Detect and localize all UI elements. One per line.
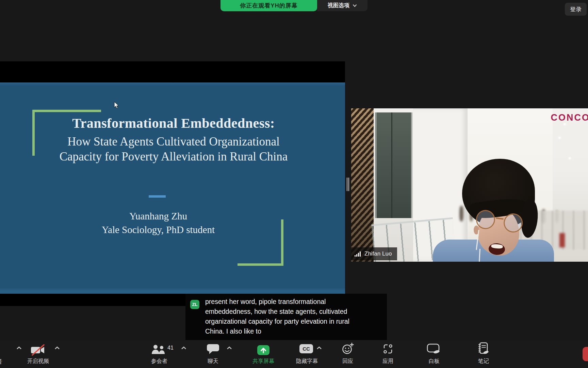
- arrow-up-icon: [259, 347, 267, 354]
- participant-name-label: Zhifan Luo: [351, 247, 397, 260]
- slide-corner-bracket-bottom: [238, 263, 283, 266]
- presentation-slide: Transformational Embeddedness: How State…: [0, 82, 345, 294]
- meeting-toolbar: 音 开启视频 41 参会者 聊天: [0, 340, 588, 368]
- chat-icon[interactable]: [206, 343, 220, 355]
- caption-line: present her word, pipole transformationa…: [205, 297, 384, 307]
- apps-label[interactable]: 应用: [364, 358, 412, 365]
- audio-signal-icon: [355, 251, 361, 257]
- chat-label[interactable]: 聊天: [189, 358, 237, 365]
- view-options-button[interactable]: 视图选项: [317, 0, 368, 11]
- notes-label[interactable]: 笔记: [460, 358, 507, 365]
- hide-captions-label[interactable]: 隐藏字幕: [283, 358, 331, 365]
- start-video-icon[interactable]: [29, 343, 46, 356]
- glasses-lens-left: [475, 209, 496, 230]
- participant-video-tile[interactable]: CONCO Zhifan Luo: [351, 108, 588, 262]
- participants-icon[interactable]: [151, 344, 167, 355]
- pane-resize-handle[interactable]: [347, 178, 349, 191]
- participant-name: Zhifan Luo: [364, 250, 392, 257]
- closed-caption-box: ZL present her word, pipole transformati…: [185, 294, 387, 340]
- apps-icon[interactable]: [382, 343, 394, 355]
- start-video-label[interactable]: 开启视频: [14, 358, 62, 365]
- notes-icon[interactable]: [477, 342, 490, 355]
- share-screen-icon[interactable]: [257, 345, 270, 355]
- caption-line: China. I also like to: [205, 326, 384, 336]
- person-teeth: [491, 244, 503, 249]
- participants-label[interactable]: 参会者: [135, 358, 183, 365]
- chevron-down-icon: [353, 4, 357, 7]
- slide-author-affiliation: Yale Sociology, PhD student: [54, 223, 262, 236]
- slide-title: Transformational Embeddedness:: [20, 115, 327, 131]
- slide-subtitle-line1: How State Agents Cultivated Organization…: [20, 134, 327, 149]
- slide-divider: [149, 195, 166, 198]
- closed-caption-icon[interactable]: CC: [299, 344, 313, 353]
- red-sign-decor: [559, 233, 565, 247]
- doorway-decor: [375, 112, 412, 218]
- slide-corner-bracket-bottom-vertical: [281, 219, 283, 266]
- slide-corner-bracket-top: [32, 110, 101, 112]
- login-button[interactable]: 登录: [565, 3, 587, 16]
- view-options-label: 视图选项: [328, 2, 349, 9]
- glasses-lens-right: [503, 212, 524, 233]
- cc-chevron-up-icon[interactable]: [316, 346, 322, 350]
- glasses-bridge: [496, 217, 503, 220]
- caption-line: organizational capacity for party elevat…: [205, 317, 384, 326]
- participants-count-badge: 41: [167, 345, 174, 351]
- mouse-cursor: [114, 102, 119, 109]
- caption-speaker-avatar: ZL: [190, 300, 199, 309]
- mute-button-partial-label[interactable]: 音: [0, 358, 7, 366]
- slide-title-block: Transformational Embeddedness: How State…: [20, 115, 327, 164]
- doorway-split-decor: [391, 112, 392, 218]
- slide-author-block: Yuanhang Zhu Yale Sociology, PhD student: [54, 209, 262, 236]
- viewing-screen-banner: 你正在观看YH的屏幕: [220, 0, 317, 11]
- reactions-icon[interactable]: [342, 342, 355, 355]
- concordia-watermark: CONCO: [551, 112, 588, 123]
- leave-meeting-button[interactable]: [583, 347, 588, 361]
- caption-line: embeddedness, how the state agents, cult…: [205, 307, 384, 317]
- slide-subtitle-line2: Capacity for Poverty Alleviation in Rura…: [20, 149, 327, 164]
- mute-chevron-up-icon[interactable]: [16, 346, 22, 350]
- whiteboard-label[interactable]: 白板: [410, 358, 458, 365]
- shared-screen-area: Transformational Embeddedness: How State…: [0, 61, 345, 306]
- caption-text: present her word, pipole transformationa…: [205, 297, 384, 336]
- chat-chevron-up-icon[interactable]: [227, 346, 232, 350]
- share-screen-label[interactable]: 共享屏幕: [240, 358, 287, 365]
- zoom-meeting-window: 你正在观看YH的屏幕 视图选项 登录 Transformational Embe…: [0, 0, 588, 368]
- background-person-decor: [459, 206, 463, 221]
- slide-author-name: Yuanhang Zhu: [54, 209, 262, 223]
- window-blind-shade-decor: [351, 108, 374, 262]
- video-chevron-up-icon[interactable]: [54, 346, 60, 350]
- whiteboard-icon[interactable]: [426, 343, 442, 355]
- participants-chevron-up-icon[interactable]: [181, 346, 186, 350]
